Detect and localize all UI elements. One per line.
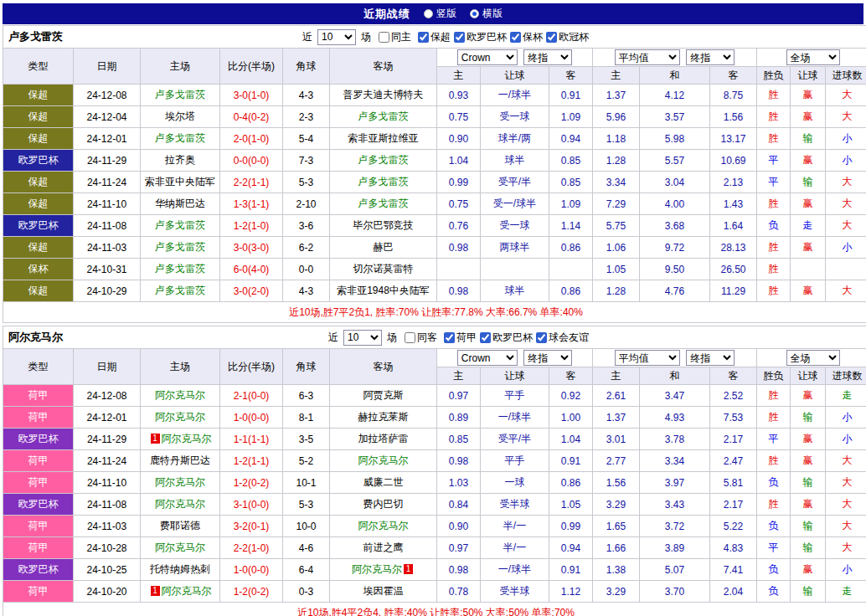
- date-cell: 24-11-08: [74, 215, 141, 237]
- scope-select[interactable]: 全场: [786, 49, 840, 65]
- team-name[interactable]: 卢多戈雷茨: [358, 176, 409, 187]
- avg-kind-select[interactable]: 终指: [686, 350, 735, 366]
- corner-cell: 10-0: [283, 516, 330, 537]
- league-filter-option[interactable]: 保杯: [510, 30, 543, 44]
- team-name[interactable]: 阿尔克马尔: [162, 433, 212, 444]
- team-name[interactable]: 阿尔克马尔: [155, 542, 205, 553]
- avg-odds-cell: 2.77: [593, 450, 640, 472]
- score-cell: 1-0(0-0): [220, 559, 283, 581]
- match-row: 欧罗巴杯24-11-291阿尔克马尔1-1(1-1)3-5加拉塔萨雷0.85受平…: [3, 429, 866, 450]
- team-name[interactable]: 索非亚斯拉维亚: [348, 132, 419, 144]
- team-name[interactable]: 普罗夫迪夫博特夫: [343, 89, 424, 100]
- team-name[interactable]: 赫拉克莱斯: [358, 411, 409, 423]
- team-name[interactable]: 阿贾克斯: [363, 389, 404, 401]
- team-name[interactable]: 卢多戈雷茨: [155, 132, 205, 144]
- match-row: 欧罗巴杯24-11-29拉齐奥0-0(0-0)7-3卢多戈雷茨1.04球半0.8…: [3, 150, 866, 172]
- away-team-cell: 阿贾克斯: [330, 385, 437, 407]
- team-name[interactable]: 卢多戈雷茨: [155, 219, 205, 231]
- team-name[interactable]: 拉齐奥: [165, 154, 195, 166]
- team-name[interactable]: 阿尔克马尔: [155, 389, 205, 401]
- team-name[interactable]: 赫巴: [374, 241, 394, 253]
- team-name[interactable]: 华纳斯巴达: [155, 198, 205, 209]
- odds-cell: 平手: [481, 450, 549, 472]
- odds-cell: 0.94: [549, 128, 593, 150]
- league-checkbox[interactable]: [454, 32, 465, 43]
- team-name[interactable]: 埃尔塔: [165, 110, 195, 122]
- avg-odds-cell: 11.29: [710, 280, 757, 302]
- odds-cell: 0.85: [549, 150, 593, 172]
- team-name[interactable]: 前进之鹰: [363, 542, 404, 553]
- league-checkbox[interactable]: [536, 332, 547, 343]
- team-name[interactable]: 毕尔巴鄂竞技: [353, 219, 414, 231]
- team-name[interactable]: 加拉塔萨雷: [358, 433, 409, 444]
- league-filter-option[interactable]: 球会友谊: [536, 331, 589, 345]
- average-select[interactable]: 平均值: [615, 350, 680, 366]
- league-filter-option[interactable]: 荷甲: [444, 331, 477, 345]
- odds-cell: 1.04: [549, 429, 593, 450]
- team-name[interactable]: 卢多戈雷茨: [155, 89, 205, 100]
- team-name[interactable]: 阿尔克马尔: [155, 498, 205, 510]
- league-checkbox[interactable]: [480, 332, 491, 343]
- avg-kind-select[interactable]: 终指: [686, 49, 735, 65]
- home-team-cell: 卢多戈雷茨: [141, 259, 220, 280]
- team-name[interactable]: 托特纳姆热刺: [150, 563, 210, 575]
- same-venue-filter[interactable]: 同主: [379, 30, 411, 44]
- team-name[interactable]: 阿尔克马尔: [155, 411, 205, 423]
- league-checkbox[interactable]: [418, 32, 429, 43]
- team-name[interactable]: 卢多戈雷茨: [155, 241, 205, 253]
- away-team-cell: 前进之鹰: [330, 537, 437, 559]
- team-name[interactable]: 索非亚1948中央陆军: [337, 285, 430, 296]
- average-select[interactable]: 平均值: [615, 49, 680, 65]
- odds-cell: 0.98: [437, 450, 481, 472]
- match-count-select[interactable]: 10: [317, 29, 356, 45]
- league-filter-option[interactable]: 保超: [418, 30, 451, 44]
- result-cell: 大: [826, 494, 866, 516]
- match-count-select[interactable]: 10: [343, 330, 382, 346]
- team-name[interactable]: 阿尔克马尔: [358, 520, 409, 531]
- team-name[interactable]: 费耶诺德: [160, 520, 200, 531]
- team-name[interactable]: 阿尔克马尔: [162, 585, 212, 597]
- col-avg-draw: 和: [640, 67, 710, 85]
- same-venue-checkbox[interactable]: [405, 332, 415, 343]
- same-venue-filter[interactable]: 同客: [405, 331, 437, 345]
- league-checkbox[interactable]: [510, 32, 521, 43]
- team-name[interactable]: 卢多戈雷茨: [358, 110, 409, 122]
- team-name[interactable]: 阿尔克马尔: [155, 476, 205, 488]
- league-checkbox[interactable]: [546, 32, 557, 43]
- odds-cell: 受一/球半: [481, 193, 549, 215]
- league-filter-option[interactable]: 欧冠杯: [546, 30, 589, 44]
- odds-kind-select[interactable]: 终指: [523, 350, 572, 366]
- league-filter-option[interactable]: 欧罗巴杯: [480, 331, 533, 345]
- avg-odds-cell: 5.81: [710, 472, 757, 494]
- view-mode-vertical[interactable]: 竖版: [424, 7, 456, 21]
- league-filter-option[interactable]: 欧罗巴杯: [454, 30, 507, 44]
- odds-cell: 0.90: [437, 128, 481, 150]
- odds-cell: 1.03: [437, 472, 481, 494]
- away-team-cell: 加拉塔萨雷: [330, 429, 437, 450]
- team-name[interactable]: 卢多戈雷茨: [155, 285, 205, 296]
- team-name[interactable]: 鹿特丹斯巴达: [150, 454, 210, 466]
- same-venue-checkbox[interactable]: [379, 32, 389, 43]
- team-name[interactable]: 埃因霍温: [363, 585, 404, 597]
- team-name[interactable]: 阿尔克马尔: [352, 563, 402, 575]
- team-name[interactable]: 卢多戈雷茨: [358, 198, 409, 209]
- bookmaker-select[interactable]: Crown: [457, 49, 518, 65]
- odds-kind-select[interactable]: 终指: [523, 49, 572, 65]
- team-name[interactable]: 威廉二世: [363, 476, 404, 488]
- team-name[interactable]: 卢多戈雷茨: [155, 263, 205, 275]
- avg-odds-cell: 5.07: [640, 559, 710, 581]
- team-name[interactable]: 切尔诺莫雷特: [353, 263, 414, 275]
- result-cell: 胜: [757, 259, 791, 280]
- date-cell: 24-12-08: [74, 385, 141, 407]
- view-mode-horizontal[interactable]: 横版: [470, 7, 503, 21]
- team-name[interactable]: 费内巴切: [363, 498, 404, 510]
- bookmaker-select[interactable]: Crown: [457, 350, 518, 366]
- scope-select[interactable]: 全场: [786, 350, 840, 366]
- avg-odds-cell: 2.17: [710, 494, 757, 516]
- away-team-cell: 索非亚1948中央陆军: [330, 280, 437, 302]
- league-checkbox[interactable]: [444, 332, 455, 343]
- team-name[interactable]: 卢多戈雷茨: [358, 154, 409, 166]
- team-name[interactable]: 阿尔克马尔: [358, 454, 409, 466]
- team-name[interactable]: 索非亚中央陆军: [145, 176, 215, 187]
- avg-odds-cell: 1.66: [593, 537, 640, 559]
